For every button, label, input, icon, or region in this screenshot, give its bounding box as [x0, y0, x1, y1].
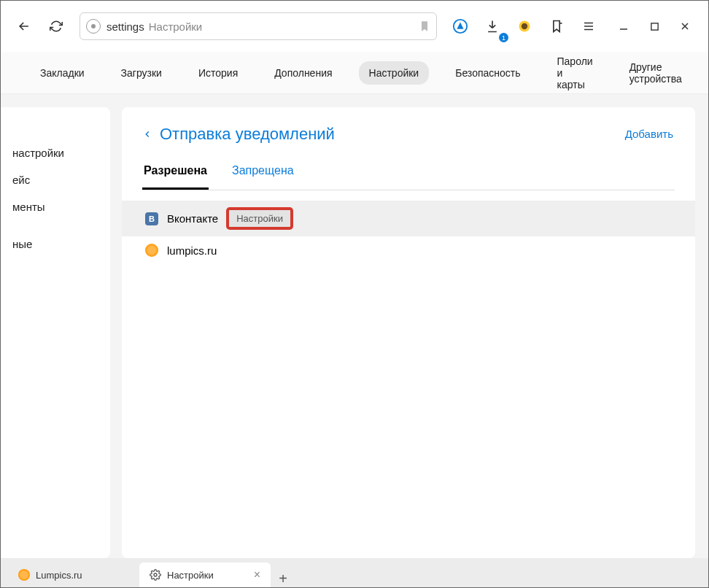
sidebar-item[interactable]: менты	[1, 193, 110, 220]
downloads-button[interactable]: 1	[478, 12, 507, 41]
tab-allowed[interactable]: Разрешена	[142, 158, 209, 190]
lumpics-icon	[145, 244, 158, 257]
nav-security[interactable]: Безопасность	[445, 61, 530, 85]
bookmarks-panel-button[interactable]	[542, 12, 571, 41]
sidebar-item[interactable]: ейс	[1, 166, 110, 193]
nav-history[interactable]: История	[188, 61, 248, 85]
svg-rect-3	[651, 23, 657, 29]
sidebar-item[interactable]: настройки	[1, 139, 110, 166]
tab-close-button[interactable]: ×	[254, 568, 260, 581]
site-row[interactable]: B Вконтакте Настройки	[122, 201, 695, 236]
nav-passwords[interactable]: Пароли и карты	[547, 50, 603, 96]
browser-tab-settings[interactable]: Настройки ×	[139, 562, 271, 587]
vk-icon: B	[145, 212, 158, 225]
nav-bookmarks[interactable]: Закладки	[30, 61, 95, 85]
svg-point-2	[522, 23, 527, 29]
nav-devices[interactable]: Другие устройства	[619, 55, 692, 90]
breadcrumb[interactable]: Отправка уведомлений	[142, 125, 675, 144]
alice-icon[interactable]	[446, 12, 475, 41]
nav-settings[interactable]: Настройки	[359, 61, 430, 85]
extension-icon[interactable]	[510, 12, 539, 41]
tab-strip: Lumpics.ru Настройки × +	[1, 558, 708, 587]
browser-toolbar: settingsНастройки 1	[1, 1, 708, 52]
window-maximize[interactable]	[640, 12, 669, 41]
settings-nav: Закладки Загрузки История Дополнения Нас…	[1, 52, 708, 94]
main-area: настройки ейс менты ные Отправка уведомл…	[1, 94, 708, 558]
site-row[interactable]: lumpics.ru	[142, 236, 675, 264]
svg-point-4	[154, 573, 157, 576]
permission-tabs: Разрешена Запрещена	[142, 158, 675, 190]
add-button[interactable]: Добавить	[625, 128, 673, 140]
site-settings-button[interactable]: Настройки	[227, 208, 292, 229]
sidebar-item[interactable]: ные	[1, 231, 110, 258]
nav-downloads[interactable]: Загрузки	[111, 61, 172, 85]
back-button[interactable]	[9, 12, 39, 41]
reload-button[interactable]	[42, 12, 71, 41]
gear-icon	[150, 569, 161, 581]
tab-label: Lumpics.ru	[36, 570, 82, 581]
settings-sidebar: настройки ейс менты ные	[1, 107, 110, 558]
browser-tab-lumpics[interactable]: Lumpics.ru	[8, 562, 139, 587]
page-title: Отправка уведомлений	[160, 125, 335, 144]
menu-button[interactable]	[574, 12, 603, 41]
url-text: settingsНастройки	[106, 20, 202, 33]
bookmark-icon[interactable]	[419, 20, 430, 32]
site-list: B Вконтакте Настройки lumpics.ru	[142, 201, 675, 264]
content-panel: Отправка уведомлений Добавить Разрешена …	[122, 107, 695, 558]
downloads-badge: 1	[499, 33, 508, 42]
tab-label: Настройки	[167, 570, 214, 581]
back-chevron-icon[interactable]	[142, 127, 152, 142]
tab-blocked[interactable]: Запрещена	[230, 158, 295, 190]
window-minimize[interactable]	[609, 12, 638, 41]
site-name: Вконтакте	[167, 212, 218, 225]
site-name: lumpics.ru	[167, 244, 217, 257]
window-close[interactable]	[670, 12, 700, 41]
address-bar[interactable]: settingsНастройки	[80, 12, 437, 40]
lumpics-icon	[18, 569, 30, 581]
new-tab-button[interactable]: +	[271, 570, 295, 587]
yandex-icon	[86, 19, 101, 34]
nav-addons[interactable]: Дополнения	[264, 61, 342, 85]
